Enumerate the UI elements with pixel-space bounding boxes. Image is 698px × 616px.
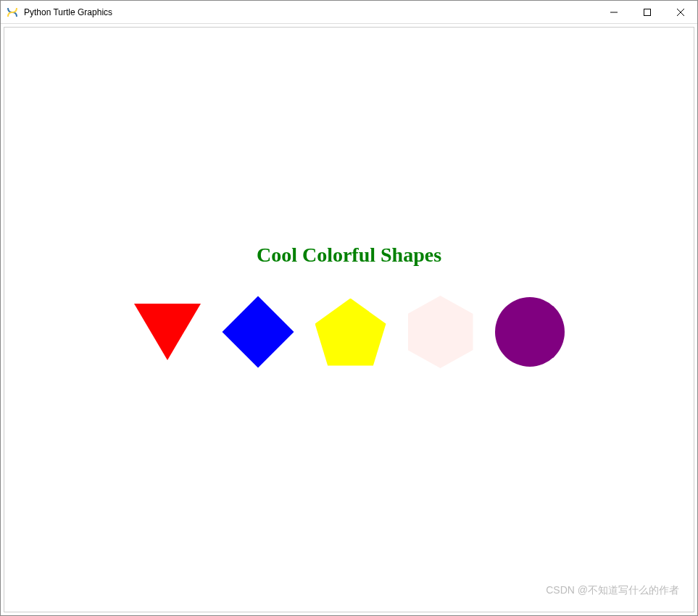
circle-shape <box>495 297 565 367</box>
svg-rect-1 <box>644 9 651 16</box>
diamond-shape <box>222 296 294 368</box>
close-button[interactable] <box>664 1 697 24</box>
window-controls <box>597 1 697 23</box>
hexagon-shape <box>408 296 473 368</box>
triangle-shape <box>134 304 201 360</box>
canvas-title-text: Cool Colorful Shapes <box>4 244 694 267</box>
pentagon-shape <box>315 299 386 366</box>
shapes-row <box>4 296 694 368</box>
titlebar: Python Turtle Graphics <box>1 1 697 24</box>
window-title: Python Turtle Graphics <box>24 7 597 17</box>
minimize-button[interactable] <box>597 1 631 24</box>
app-window: Python Turtle Graphics Cool Colorful Sha… <box>0 0 698 616</box>
maximize-button[interactable] <box>631 1 664 24</box>
app-icon <box>7 7 18 18</box>
turtle-canvas: Cool Colorful Shapes CSDN @不知道写什么的作者 <box>4 27 694 612</box>
watermark-text: CSDN @不知道写什么的作者 <box>546 584 679 597</box>
